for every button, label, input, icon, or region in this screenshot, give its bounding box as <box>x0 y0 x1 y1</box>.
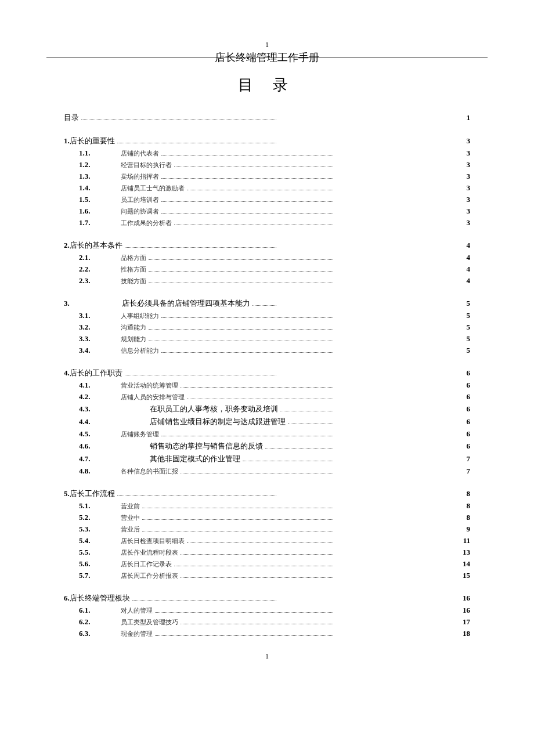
toc-label: 店长工作流程 <box>70 489 115 499</box>
toc-leader <box>155 607 333 613</box>
toc-label-wrap: 人事组织能力 <box>121 312 335 320</box>
toc-page: 3 <box>453 172 470 181</box>
toc-label: 店长日检查项目明细表 <box>121 537 185 545</box>
toc-number: 2.1. <box>79 253 121 262</box>
document-page: 1 店长终端管理工作手册 目录 目录 11. 店长的重要性 31.1.店铺的代表… <box>0 0 534 684</box>
toc-row: 2.3.技能方面 4 <box>64 276 470 285</box>
toc-label-wrap: 店铺账务管理 <box>121 430 335 439</box>
toc-page: 7 <box>453 466 470 476</box>
toc-label-wrap: 店铺员工士气的激励者 <box>121 184 335 193</box>
toc-number: 4.8. <box>79 466 121 476</box>
toc-page: 3 <box>453 195 470 204</box>
toc-leader <box>174 162 333 167</box>
toc-label-wrap: 3. 店长必须具备的店铺管理四项基本能力 <box>64 298 279 309</box>
toc-row: 4.5.店铺账务管理 6 <box>64 429 470 439</box>
toc-leader <box>149 324 333 330</box>
toc-page: 15 <box>453 571 470 580</box>
toc-row: 2.2.性格方面 4 <box>64 265 470 274</box>
toc-label-wrap: 员工的培训者 <box>121 196 335 204</box>
toc-label: 店长终端管理板块 <box>70 593 130 603</box>
toc-page: 3 <box>453 149 470 158</box>
toc-number: 1.7. <box>79 218 121 227</box>
toc-page: 5 <box>453 334 470 343</box>
toc-leader <box>125 370 276 375</box>
toc-page: 5 <box>453 311 470 320</box>
toc-number: 2.2. <box>79 265 121 274</box>
toc-label: 人事组织能力 <box>121 312 159 320</box>
toc-leader <box>181 619 333 624</box>
toc-number: 2. <box>64 241 70 250</box>
toc-page: 4 <box>453 276 470 285</box>
toc-label: 其他非固定模式的作业管理 <box>150 454 240 464</box>
toc-label-wrap: 店铺的代表者 <box>121 149 335 158</box>
toc-page: 3 <box>453 136 470 146</box>
toc-page: 13 <box>453 548 470 557</box>
footer-page-number: 1 <box>64 652 470 661</box>
toc-label: 店铺账务管理 <box>121 430 159 439</box>
header-title: 店长终端管理工作手册 <box>64 50 470 64</box>
header-page-number: 1 <box>64 41 470 49</box>
toc-label-wrap: 技能方面 <box>121 277 335 285</box>
toc-number: 3.3. <box>79 334 121 343</box>
toc-label-wrap: 销售动态的掌控与销售信息的反馈 <box>121 441 335 451</box>
toc-label-wrap: 店长作业流程时段表 <box>121 548 335 557</box>
toc-number: 5.4. <box>79 536 121 545</box>
toc-row: 1.3.卖场的指挥者 3 <box>64 172 470 181</box>
toc-number: 6. <box>64 594 70 603</box>
toc-number: 3. <box>64 299 70 308</box>
toc-number: 4. <box>64 368 70 378</box>
toc-number: 6.1. <box>79 606 121 615</box>
toc-row: 4.6.销售动态的掌控与销售信息的反馈6 <box>64 441 470 451</box>
toc-label-wrap: 店长周工作分析报表 <box>121 571 335 580</box>
toc-label: 店长周工作分析报表 <box>121 571 178 580</box>
toc-leader <box>161 313 333 318</box>
toc-page: 6 <box>453 429 470 439</box>
toc-leader <box>161 150 333 155</box>
toc-label: 技能方面 <box>121 277 146 285</box>
toc-row: 5. 店长工作流程 8 <box>64 489 470 499</box>
toc-page: 4 <box>453 241 470 250</box>
toc-label: 店长必须具备的店铺管理四项基本能力 <box>122 298 250 309</box>
toc-label-wrap: 6. 店长终端管理板块 <box>64 593 279 603</box>
toc-label: 营业后 <box>121 525 140 534</box>
toc-label-wrap: 店长日检查项目明细表 <box>121 537 335 545</box>
toc-label-wrap: 店长日工作记录表 <box>121 560 335 569</box>
toc-label: 问题的协调者 <box>121 207 159 216</box>
toc-page: 4 <box>453 253 470 262</box>
toc-page: 3 <box>453 207 470 216</box>
toc-label: 店长的工作职责 <box>70 368 122 378</box>
toc-leader <box>252 301 276 306</box>
toc-number: 6.3. <box>79 629 121 638</box>
toc-label-wrap: 店铺销售业绩目标的制定与达成跟进管理 <box>121 417 335 427</box>
toc-page: 3 <box>453 160 470 169</box>
toc-number: 5.3. <box>79 525 121 534</box>
toc-label-wrap: 营业后 <box>121 525 335 534</box>
toc-row: 5.4.店长日检查项目明细表 11 <box>64 536 470 545</box>
toc-label-wrap: 4. 店长的工作职责 <box>64 368 279 378</box>
toc-number: 3.2. <box>79 323 121 332</box>
toc-number: 4.2. <box>79 392 121 401</box>
toc-label: 目录 <box>64 113 79 123</box>
toc-leader <box>125 243 276 248</box>
toc-page: 8 <box>453 501 470 511</box>
toc-row: 4.7.其他非固定模式的作业管理7 <box>64 454 470 464</box>
toc-page: 6 <box>453 442 470 451</box>
toc-leader <box>174 220 333 225</box>
toc-label-wrap: 店铺人员的安排与管理 <box>121 393 335 401</box>
toc-page: 3 <box>453 183 470 193</box>
toc-label-wrap: 沟通能力 <box>121 323 335 332</box>
toc-leader <box>174 561 333 566</box>
toc-label: 卖场的指挥者 <box>121 172 159 181</box>
toc-label-wrap: 员工类型及管理技巧 <box>121 618 335 627</box>
toc-label: 品格方面 <box>121 254 146 262</box>
toc-label: 在职员工的人事考核，职务变动及培训 <box>150 404 278 414</box>
toc-leader <box>187 394 333 399</box>
toc-label-wrap: 经营目标的执行者 <box>121 161 335 169</box>
toc-label: 销售动态的掌控与销售信息的反馈 <box>150 441 263 451</box>
toc-label: 店长作业流程时段表 <box>121 548 178 557</box>
toc-number: 1.6. <box>79 207 121 216</box>
toc-label-wrap: 营业活动的统筹管理 <box>121 381 335 390</box>
toc-leader <box>265 443 333 448</box>
toc-row: 1.2.经营目标的执行者 3 <box>64 160 470 169</box>
toc-row: 5.3.营业后 9 <box>64 525 470 534</box>
